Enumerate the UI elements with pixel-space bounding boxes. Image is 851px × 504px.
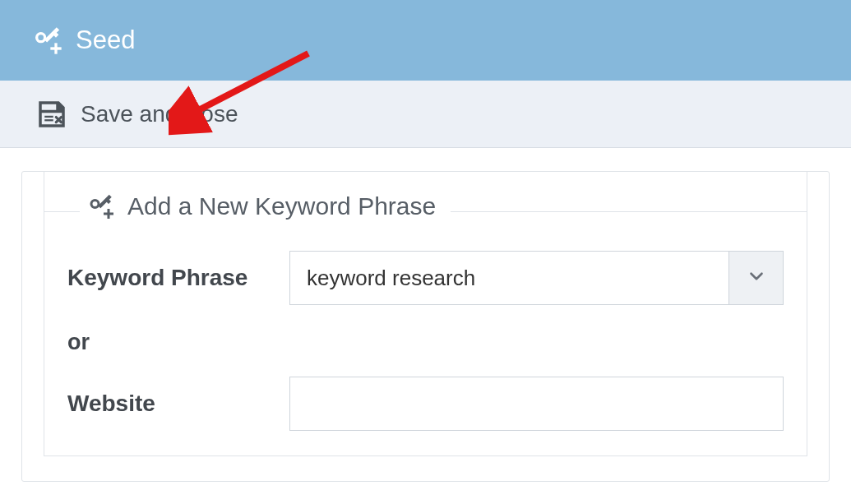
page-title: Seed xyxy=(76,25,135,55)
keyword-phrase-combobox xyxy=(289,251,784,305)
panel: Add a New Keyword Phrase Keyword Phrase xyxy=(21,171,830,482)
key-plus-icon xyxy=(31,24,64,57)
save-and-close-label: Save and close xyxy=(81,101,238,127)
keyword-phrase-input[interactable] xyxy=(289,251,729,305)
keyword-phrase-dropdown-toggle[interactable] xyxy=(729,251,784,305)
website-label: Website xyxy=(67,391,289,417)
save-close-icon xyxy=(35,97,69,132)
svg-rect-1 xyxy=(54,43,57,53)
website-input[interactable] xyxy=(289,377,784,431)
chevron-down-icon xyxy=(746,266,767,290)
website-row: Website xyxy=(67,377,784,431)
add-keyword-fieldset: Keyword Phrase or Website xyxy=(44,172,807,456)
content-area: Add a New Keyword Phrase Keyword Phrase xyxy=(0,148,851,482)
or-separator: or xyxy=(67,330,784,355)
keyword-phrase-label: Keyword Phrase xyxy=(67,265,289,291)
keyword-phrase-row: Keyword Phrase xyxy=(67,251,784,305)
svg-rect-3 xyxy=(44,119,53,121)
svg-rect-2 xyxy=(44,115,53,117)
page-header: Seed xyxy=(0,0,851,81)
save-and-close-button[interactable]: Save and close xyxy=(26,92,246,136)
toolbar: Save and close xyxy=(0,81,851,148)
